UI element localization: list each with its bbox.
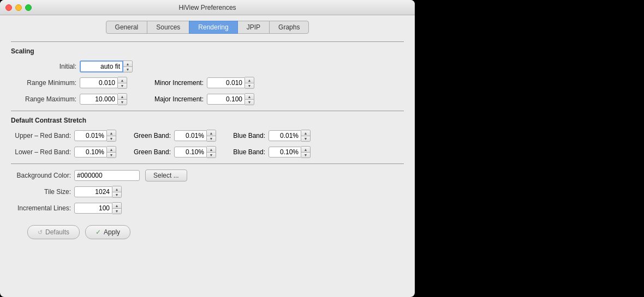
upper-red-up[interactable]: ▲ [107, 130, 116, 136]
inc-lines-label: Incremental Lines: [11, 204, 71, 212]
window-title: HiView Preferences [178, 4, 236, 11]
tile-size-buttons: ▲ ▼ [112, 186, 122, 198]
range-max-down[interactable]: ▼ [118, 99, 127, 105]
lower-green-up[interactable]: ▲ [207, 147, 216, 152]
apply-label: Apply [104, 228, 120, 236]
lower-blue-buttons: ▲ ▼ [301, 146, 311, 158]
upper-red-buttons: ▲ ▼ [107, 130, 116, 142]
range-max-buttons: ▲ ▼ [118, 93, 127, 105]
major-inc-down[interactable]: ▼ [245, 99, 254, 105]
preferences-window: HiView Preferences General Sources Rende… [0, 0, 415, 297]
tile-size-input[interactable] [74, 186, 112, 197]
tile-size-up[interactable]: ▲ [112, 186, 121, 192]
contrast-section-title: Default Contrast Stretch [11, 117, 404, 124]
tile-size-label: Tile Size: [11, 188, 71, 196]
upper-green-label: Green Band: [127, 132, 171, 140]
range-min-up[interactable]: ▲ [118, 77, 127, 83]
inc-lines-buttons: ▲ ▼ [112, 202, 122, 214]
lower-red-down[interactable]: ▼ [107, 152, 116, 157]
lower-bands-row: Lower – Red Band: ▲ ▼ Green Band: ▲ ▼ Bl… [11, 146, 404, 158]
upper-blue-input[interactable] [269, 130, 301, 141]
inc-lines-down[interactable]: ▼ [112, 208, 121, 214]
range-max-spinner: ▲ ▼ [80, 93, 127, 105]
upper-blue-label: Blue Band: [227, 132, 265, 140]
minor-inc-input[interactable] [207, 77, 245, 88]
zoom-button[interactable] [25, 4, 32, 11]
lower-green-label: Green Band: [127, 148, 171, 156]
range-min-row: Range Minimum: ▲ ▼ Minor Increment: ▲ ▼ [11, 77, 404, 89]
lower-green-input[interactable] [174, 147, 207, 157]
lower-red-buttons: ▲ ▼ [107, 146, 116, 158]
close-button[interactable] [5, 4, 12, 11]
upper-green-input[interactable] [174, 130, 207, 141]
minor-inc-label: Minor Increment: [144, 79, 204, 87]
major-inc-input[interactable] [207, 94, 245, 105]
minor-inc-buttons: ▲ ▼ [245, 77, 254, 89]
top-separator [11, 41, 404, 42]
tile-size-down[interactable]: ▼ [112, 192, 121, 197]
tab-general[interactable]: General [106, 21, 148, 34]
lower-green-down[interactable]: ▼ [207, 152, 216, 157]
upper-blue-up[interactable]: ▲ [301, 130, 310, 136]
scaling-section-title: Scaling [11, 47, 404, 55]
defaults-button[interactable]: ↺ Defaults [27, 225, 80, 239]
initial-spinner: ▲ ▼ [80, 60, 133, 72]
upper-green-down[interactable]: ▼ [207, 136, 216, 141]
major-inc-spinner: ▲ ▼ [207, 93, 254, 105]
upper-red-label: Upper – Red Band: [11, 132, 71, 140]
tab-graphs[interactable]: Graphs [269, 21, 309, 34]
lower-blue-input[interactable] [269, 147, 301, 157]
upper-green-spinner: ▲ ▼ [174, 130, 216, 142]
initial-input[interactable] [80, 60, 123, 72]
tabs-bar: General Sources Rendering JPIP Graphs [11, 21, 404, 34]
upper-blue-spinner: ▲ ▼ [269, 130, 311, 142]
lower-red-label: Lower – Red Band: [11, 148, 71, 156]
misc-separator [11, 163, 404, 164]
tab-rendering[interactable]: Rendering [189, 21, 237, 34]
traffic-lights [5, 4, 32, 11]
lower-blue-label: Blue Band: [227, 148, 265, 156]
initial-spinner-buttons: ▲ ▼ [123, 60, 133, 72]
range-max-row: Range Maximum: ▲ ▼ Major Increment: ▲ ▼ [11, 93, 404, 105]
upper-red-down[interactable]: ▼ [107, 136, 116, 141]
upper-red-input[interactable] [74, 130, 107, 141]
initial-down-btn[interactable]: ▼ [123, 66, 132, 72]
major-inc-buttons: ▲ ▼ [245, 93, 254, 105]
lower-blue-up[interactable]: ▲ [301, 147, 310, 152]
tab-sources[interactable]: Sources [147, 21, 189, 34]
inc-lines-input[interactable] [74, 203, 112, 214]
minor-inc-up[interactable]: ▲ [245, 77, 254, 83]
upper-blue-buttons: ▲ ▼ [301, 130, 311, 142]
select-button[interactable]: Select ... [145, 169, 187, 181]
minimize-button[interactable] [15, 4, 22, 11]
apply-checkmark-icon: ✓ [96, 228, 101, 236]
inc-lines-up[interactable]: ▲ [112, 203, 121, 208]
major-inc-up[interactable]: ▲ [245, 94, 254, 99]
range-max-input[interactable] [80, 94, 118, 105]
lower-blue-spinner: ▲ ▼ [269, 146, 311, 158]
initial-row: Initial: ▲ ▼ [11, 60, 404, 72]
upper-blue-down[interactable]: ▼ [301, 136, 310, 141]
lower-red-input[interactable] [74, 147, 107, 157]
tile-size-row: Tile Size: ▲ ▼ [11, 186, 404, 198]
minor-inc-spinner: ▲ ▼ [207, 77, 254, 89]
main-content: General Sources Rendering JPIP Graphs Sc… [0, 15, 415, 250]
range-min-down[interactable]: ▼ [118, 83, 127, 88]
range-min-label: Range Minimum: [11, 79, 76, 87]
upper-green-up[interactable]: ▲ [207, 130, 216, 136]
range-min-buttons: ▲ ▼ [118, 77, 127, 89]
tab-jpip[interactable]: JPIP [237, 21, 270, 34]
bg-color-input[interactable] [74, 170, 140, 181]
defaults-icon: ↺ [38, 229, 43, 236]
minor-inc-down[interactable]: ▼ [245, 83, 254, 88]
contrast-separator [11, 111, 404, 111]
lower-green-buttons: ▲ ▼ [207, 146, 216, 158]
lower-red-up[interactable]: ▲ [107, 147, 116, 152]
bg-color-row: Background Color: Select ... [11, 169, 404, 181]
range-min-input[interactable] [80, 77, 118, 88]
apply-button[interactable]: ✓ Apply [85, 225, 130, 239]
lower-blue-down[interactable]: ▼ [301, 152, 310, 157]
lower-red-spinner: ▲ ▼ [74, 146, 116, 158]
initial-up-btn[interactable]: ▲ [123, 61, 132, 66]
range-max-up[interactable]: ▲ [118, 94, 127, 99]
